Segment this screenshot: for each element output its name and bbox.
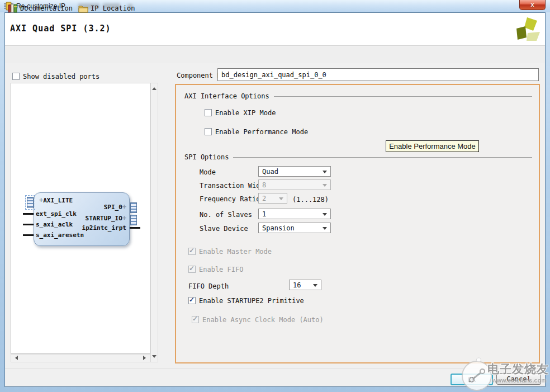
port-s-axi-aclk: s_axi_aclk [36, 221, 73, 228]
expand-plus-icon[interactable]: + [122, 203, 126, 211]
enable-async-clock-checkbox [192, 316, 199, 323]
s-axi-aclk-pin [23, 224, 34, 225]
port-s-axi-aresetn: s_axi_aresetn [36, 232, 84, 239]
books-icon [8, 4, 18, 13]
enable-startupe2-label: Enable STARTUPE2 Primitive [199, 297, 304, 305]
recustomize-ip-window: Re-customize IP x AXI Quad SPI (3.2) Doc… [0, 0, 550, 392]
show-disabled-ports-checkbox[interactable] [12, 73, 20, 80]
horizontal-scrollbar[interactable] [11, 354, 150, 362]
port-startup-io: STARTUP_IO+ [86, 214, 126, 222]
xilinx-logo [512, 16, 542, 44]
port-ext-spi-clk: ext_spi_clk [36, 210, 77, 218]
chevron-down-icon [313, 284, 317, 289]
chevron-down-icon [323, 184, 327, 189]
scroll-left-icon[interactable] [13, 356, 18, 360]
component-name-input[interactable] [217, 68, 539, 81]
close-icon: x [530, 1, 534, 8]
enable-performance-mode-checkbox[interactable] [205, 128, 212, 135]
show-disabled-ports-label: Show disabled ports [23, 73, 99, 81]
ip-title: AXI Quad SPI (3.2) [10, 23, 111, 34]
axi-lite-interface-connector-icon[interactable] [27, 197, 34, 208]
transaction-width-dropdown: 8 [258, 180, 331, 190]
frequency-ratio-dropdown: 2 [258, 193, 287, 204]
tooltip-enable-performance-mode: Enable Performance Mode [386, 140, 479, 152]
fifo-depth-label: FIFO Depth [188, 282, 229, 290]
spi-options-title: SPI Options [184, 153, 229, 161]
section-divider [233, 157, 532, 158]
enable-fifo-checkbox [188, 266, 196, 273]
enable-fifo-label: Enable FIFO [199, 266, 243, 273]
spi-0-interface-connector-icon[interactable] [130, 202, 137, 213]
spi-options-section-header: SPI Options [184, 153, 532, 161]
enable-master-mode-label: Enable Master Mode [199, 248, 272, 256]
port-axi-lite: +AXI_LITE [39, 196, 73, 204]
axi-options-section-header: AXI Interface Options [184, 92, 532, 100]
documentation-button[interactable]: Documentation [8, 3, 73, 13]
port-spi-0: SPI_0+ [104, 203, 126, 211]
frequency-ratio-label: Frequency Ratio [200, 195, 260, 203]
slave-device-label: Slave Device [200, 225, 248, 233]
enable-performance-mode-label: Enable Performance Mode [215, 128, 308, 136]
port-ip2intc-irpt: ip2intc_irpt [82, 224, 126, 232]
scroll-right-icon[interactable] [143, 356, 148, 360]
ip-location-label: IP Location [91, 4, 135, 12]
mode-label: Mode [200, 168, 216, 176]
vertical-scrollbar[interactable] [150, 83, 158, 362]
ext-spi-clk-pin [23, 213, 34, 215]
chevron-down-icon [323, 227, 327, 232]
scroll-up-icon[interactable] [152, 85, 157, 90]
enable-xip-mode-label: Enable XIP Mode [215, 109, 276, 117]
cancel-button[interactable]: Cancel [496, 373, 541, 385]
fifo-depth-dropdown[interactable]: 16 [289, 280, 321, 290]
scroll-down-icon[interactable] [152, 355, 157, 360]
axi-options-title: AXI Interface Options [184, 92, 269, 100]
toolbar [5, 46, 545, 63]
slave-device-dropdown[interactable]: Spansion [258, 223, 331, 233]
frequency-ratio-range: (1...128) [292, 196, 329, 204]
enable-async-clock-label: Enable Async Clock Mode (Auto) [202, 316, 324, 324]
footer-divider [5, 369, 545, 369]
chevron-down-icon [323, 171, 327, 176]
num-slaves-dropdown[interactable]: 1 [258, 209, 331, 219]
expand-plus-icon[interactable]: + [122, 214, 126, 222]
num-slaves-label: No. of Slaves [200, 211, 252, 219]
documentation-label: Documentation [20, 4, 73, 12]
s-axi-aresetn-pin [23, 234, 34, 236]
enable-startupe2-checkbox[interactable] [188, 297, 196, 304]
mode-dropdown[interactable]: Quad [258, 166, 331, 177]
enable-xip-mode-checkbox[interactable] [205, 109, 212, 116]
section-divider [274, 96, 532, 97]
close-button[interactable]: x [519, 0, 546, 10]
ip-location-button[interactable]: IP Location [78, 3, 135, 13]
ip2intc-irpt-pin [130, 227, 140, 229]
ok-button[interactable]: OK [451, 374, 493, 385]
enable-master-mode-checkbox [188, 248, 196, 255]
chevron-down-icon [323, 213, 327, 218]
folder-icon [78, 4, 88, 13]
startup-io-interface-connector-icon[interactable] [130, 215, 137, 225]
chevron-down-icon [279, 197, 283, 202]
